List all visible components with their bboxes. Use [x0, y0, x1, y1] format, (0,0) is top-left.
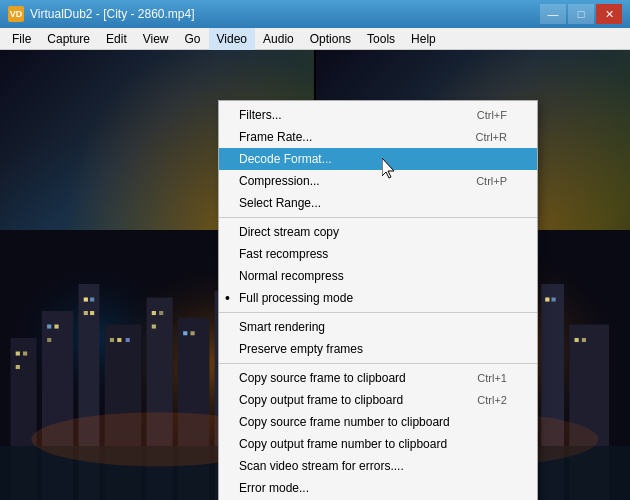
- menu-item-normal-recompress[interactable]: Normal recompress: [219, 265, 537, 287]
- menu-item-copy-source-frame[interactable]: Copy source frame to clipboard Ctrl+1: [219, 367, 537, 389]
- svg-rect-18: [84, 298, 88, 302]
- svg-rect-17: [47, 338, 51, 342]
- menu-tools[interactable]: Tools: [359, 28, 403, 50]
- svg-rect-16: [54, 325, 58, 329]
- menu-file[interactable]: File: [4, 28, 39, 50]
- menu-item-copy-output-frame[interactable]: Copy output frame to clipboard Ctrl+2: [219, 389, 537, 411]
- menu-options[interactable]: Options: [302, 28, 359, 50]
- title-bar: VD VirtualDub2 - [City - 2860.mp4] — □ ✕: [0, 0, 630, 28]
- svg-rect-26: [159, 311, 163, 315]
- menu-edit[interactable]: Edit: [98, 28, 135, 50]
- svg-rect-20: [84, 311, 88, 315]
- svg-rect-62: [545, 298, 549, 302]
- minimize-button[interactable]: —: [540, 4, 566, 24]
- close-button[interactable]: ✕: [596, 4, 622, 24]
- video-dropdown-menu: Filters... Ctrl+F Frame Rate... Ctrl+R D…: [218, 100, 538, 500]
- app-icon: VD: [8, 6, 24, 22]
- menu-item-frame-rate[interactable]: Frame Rate... Ctrl+R: [219, 126, 537, 148]
- svg-rect-13: [23, 352, 27, 356]
- maximize-button[interactable]: □: [568, 4, 594, 24]
- menu-section-2: Direct stream copy Fast recompress Norma…: [219, 218, 537, 313]
- svg-rect-24: [126, 338, 130, 342]
- svg-rect-28: [183, 331, 187, 335]
- menu-item-filters[interactable]: Filters... Ctrl+F: [219, 104, 537, 126]
- svg-rect-25: [152, 311, 156, 315]
- menu-item-decode-format[interactable]: Decode Format...: [219, 148, 537, 170]
- menu-capture[interactable]: Capture: [39, 28, 98, 50]
- menu-item-fast-recompress[interactable]: Fast recompress: [219, 243, 537, 265]
- menu-audio[interactable]: Audio: [255, 28, 302, 50]
- menu-go[interactable]: Go: [177, 28, 209, 50]
- svg-rect-12: [16, 352, 20, 356]
- menu-item-smart-rendering[interactable]: Smart rendering: [219, 316, 537, 338]
- svg-rect-65: [582, 338, 586, 342]
- bullet-icon: •: [225, 290, 230, 306]
- svg-rect-15: [47, 325, 51, 329]
- menu-view[interactable]: View: [135, 28, 177, 50]
- menu-item-copy-source-number[interactable]: Copy source frame number to clipboard: [219, 411, 537, 433]
- svg-rect-29: [190, 331, 194, 335]
- menu-section-4: Copy source frame to clipboard Ctrl+1 Co…: [219, 364, 537, 500]
- menu-item-direct-stream-copy[interactable]: Direct stream copy: [219, 221, 537, 243]
- menu-item-copy-output-number[interactable]: Copy output frame number to clipboard: [219, 433, 537, 455]
- menu-video[interactable]: Video: [209, 28, 255, 50]
- menu-bar: File Capture Edit View Go Video Audio Op…: [0, 28, 630, 50]
- menu-section-3: Smart rendering Preserve empty frames: [219, 313, 537, 364]
- svg-rect-14: [16, 365, 20, 369]
- menu-item-full-processing[interactable]: • Full processing mode: [219, 287, 537, 309]
- window-controls[interactable]: — □ ✕: [540, 4, 622, 24]
- main-content: Filters... Ctrl+F Frame Rate... Ctrl+R D…: [0, 50, 630, 500]
- title-bar-text: VirtualDub2 - [City - 2860.mp4]: [30, 7, 195, 21]
- menu-item-compression[interactable]: Compression... Ctrl+P: [219, 170, 537, 192]
- menu-item-select-range[interactable]: Select Range...: [219, 192, 537, 214]
- menu-item-preserve-empty-frames[interactable]: Preserve empty frames: [219, 338, 537, 360]
- svg-rect-22: [110, 338, 114, 342]
- svg-rect-63: [552, 298, 556, 302]
- svg-rect-27: [152, 325, 156, 329]
- menu-help[interactable]: Help: [403, 28, 444, 50]
- svg-rect-23: [117, 338, 121, 342]
- menu-item-scan-video[interactable]: Scan video stream for errors....: [219, 455, 537, 477]
- svg-rect-64: [575, 338, 579, 342]
- menu-item-error-mode[interactable]: Error mode...: [219, 477, 537, 499]
- svg-rect-21: [90, 311, 94, 315]
- menu-section-1: Filters... Ctrl+F Frame Rate... Ctrl+R D…: [219, 101, 537, 218]
- svg-rect-19: [90, 298, 94, 302]
